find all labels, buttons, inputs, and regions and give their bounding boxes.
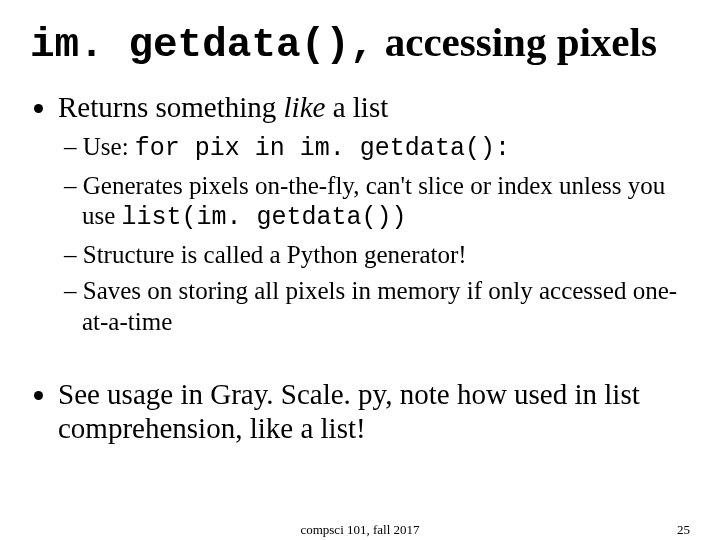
bullet-1-italic: like <box>284 91 326 123</box>
bullet-1-post: a list <box>325 91 388 123</box>
sub-2: Generates pixels on-the-fly, can't slice… <box>64 171 690 234</box>
page-number: 25 <box>677 522 690 538</box>
sub-1-pre: Use: <box>83 133 135 160</box>
sub-4: Saves on storing all pixels in memory if… <box>64 276 690 337</box>
sub-1-code: for pix in im. getdata(): <box>135 134 510 163</box>
slide: im. getdata(), accessing pixels Returns … <box>0 0 720 540</box>
bullet-1-sublist: Use: for pix in im. getdata(): Generates… <box>64 132 690 337</box>
bullet-1-pre: Returns something <box>58 91 284 123</box>
spacer <box>30 343 690 377</box>
slide-title: im. getdata(), accessing pixels <box>30 18 690 68</box>
sub-2-code: list(im. getdata()) <box>122 203 407 232</box>
sub-4-text: Saves on storing all pixels in memory if… <box>82 277 677 335</box>
title-code: im. getdata(), <box>30 22 374 68</box>
title-rest: accessing pixels <box>374 19 656 65</box>
bullet-list: Returns something like a list Use: for p… <box>58 90 690 337</box>
bullet-list-2: See usage in Gray. Scale. py, note how u… <box>58 377 690 445</box>
bullet-1: Returns something like a list Use: for p… <box>58 90 690 337</box>
sub-3: Structure is called a Python generator! <box>64 240 690 271</box>
sub-1: Use: for pix in im. getdata(): <box>64 132 690 165</box>
sub-3-text: Structure is called a Python generator! <box>83 241 467 268</box>
bullet-2-text: See usage in Gray. Scale. py, note how u… <box>58 378 640 444</box>
footer-center: compsci 101, fall 2017 <box>300 522 419 538</box>
bullet-2: See usage in Gray. Scale. py, note how u… <box>58 377 690 445</box>
